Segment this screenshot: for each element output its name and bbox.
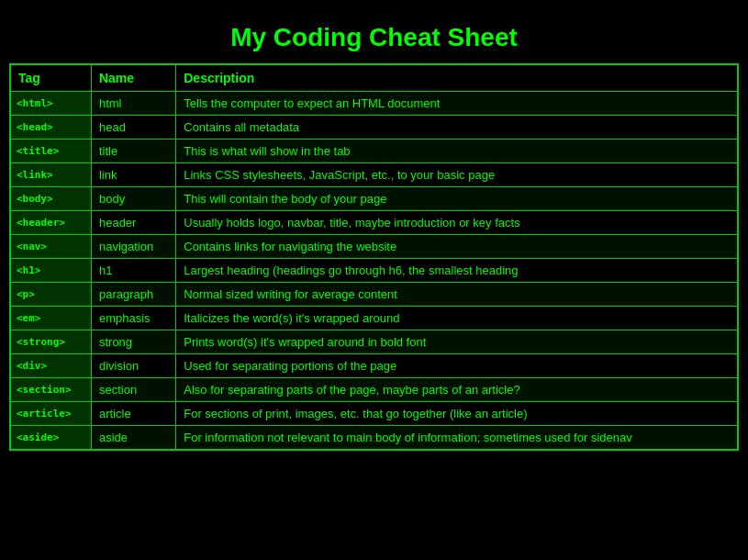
description-cell: For information not relevant to main bod… xyxy=(176,426,738,451)
tag-cell: <p> xyxy=(10,283,91,307)
tag-cell: <html> xyxy=(10,92,91,116)
table-row: <body>bodyThis will contain the body of … xyxy=(10,187,738,211)
tag-cell: <strong> xyxy=(10,330,91,354)
table-row: <html>htmlTells the computer to expect a… xyxy=(10,92,738,116)
description-cell: For sections of print, images, etc. that… xyxy=(176,402,738,426)
tag-cell: <nav> xyxy=(10,235,91,259)
name-cell: title xyxy=(91,140,175,163)
table-header-row: Tag Name Description xyxy=(10,64,738,92)
table-row: <article>articleFor sections of print, i… xyxy=(10,402,738,426)
name-cell: link xyxy=(91,163,175,187)
description-cell: Largest heading (headings go through h6,… xyxy=(176,259,738,283)
tag-cell: <link> xyxy=(10,163,91,187)
tag-cell: <head> xyxy=(10,116,91,140)
name-cell: strong xyxy=(91,330,175,354)
page-title: My Coding Cheat Sheet xyxy=(9,9,739,63)
description-cell: This is what will show in the tab xyxy=(176,140,738,163)
tag-cell: <div> xyxy=(10,354,91,378)
table-row: <div>divisionUsed for separating portion… xyxy=(10,354,738,378)
table-row: <aside>asideFor information not relevant… xyxy=(10,426,738,451)
name-cell: paragraph xyxy=(91,283,175,307)
tag-cell: <h1> xyxy=(10,259,91,283)
table-row: <nav>navigationContains links for naviga… xyxy=(10,235,738,259)
name-cell: aside xyxy=(91,426,175,451)
name-cell: navigation xyxy=(91,235,175,259)
cheat-sheet-table: Tag Name Description <html>htmlTells the… xyxy=(9,63,739,451)
name-cell: body xyxy=(91,187,175,211)
description-cell: Contains links for navigating the websit… xyxy=(176,235,738,259)
table-row: <header>headerUsually holds logo, navbar… xyxy=(10,211,738,235)
name-cell: article xyxy=(91,402,175,426)
description-cell: Italicizes the word(s) it's wrapped arou… xyxy=(176,307,738,330)
col-header-name: Name xyxy=(91,64,175,92)
tag-cell: <header> xyxy=(10,211,91,235)
table-row: <em>emphasisItalicizes the word(s) it's … xyxy=(10,307,738,330)
description-cell: This will contain the body of your page xyxy=(176,187,738,211)
col-header-description: Description xyxy=(176,64,738,92)
description-cell: Links CSS stylesheets, JavaScript, etc.,… xyxy=(176,163,738,187)
tag-cell: <aside> xyxy=(10,426,91,451)
tag-cell: <section> xyxy=(10,378,91,402)
description-cell: Tells the computer to expect an HTML doc… xyxy=(176,92,738,116)
description-cell: Used for separating portions of the page xyxy=(176,354,738,378)
description-cell: Prints word(s) it's wrapped around in bo… xyxy=(176,330,738,354)
name-cell: html xyxy=(91,92,175,116)
name-cell: h1 xyxy=(91,259,175,283)
table-row: <head>headContains all metadata xyxy=(10,116,738,140)
table-row: <link>linkLinks CSS stylesheets, JavaScr… xyxy=(10,163,738,187)
table-row: <p>paragraphNormal sized writing for ave… xyxy=(10,283,738,307)
tag-cell: <article> xyxy=(10,402,91,426)
name-cell: section xyxy=(91,378,175,402)
description-cell: Normal sized writing for average content xyxy=(176,283,738,307)
name-cell: header xyxy=(91,211,175,235)
description-cell: Contains all metadata xyxy=(176,116,738,140)
table-row: <strong>strongPrints word(s) it's wrappe… xyxy=(10,330,738,354)
tag-cell: <em> xyxy=(10,307,91,330)
name-cell: division xyxy=(91,354,175,378)
table-row: <section>sectionAlso for separating part… xyxy=(10,378,738,402)
name-cell: emphasis xyxy=(91,307,175,330)
tag-cell: <title> xyxy=(10,140,91,163)
description-cell: Also for separating parts of the page, m… xyxy=(176,378,738,402)
table-row: <title>titleThis is what will show in th… xyxy=(10,140,738,163)
col-header-tag: Tag xyxy=(10,64,91,92)
description-cell: Usually holds logo, navbar, title, maybe… xyxy=(176,211,738,235)
table-row: <h1>h1Largest heading (headings go throu… xyxy=(10,259,738,283)
name-cell: head xyxy=(91,116,175,140)
tag-cell: <body> xyxy=(10,187,91,211)
